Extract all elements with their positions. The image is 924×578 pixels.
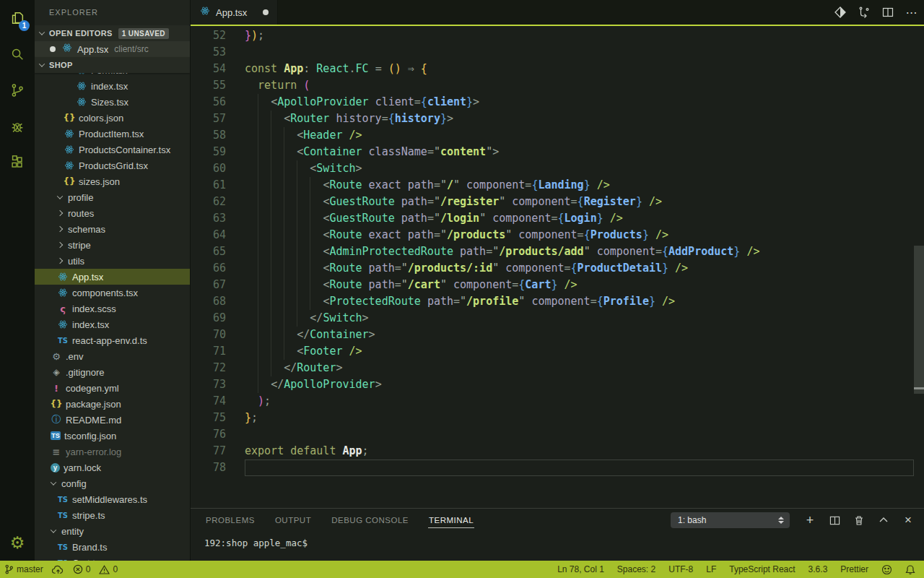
tree-item-tsconfig-json[interactable]: TStsconfig.json <box>35 428 190 444</box>
code-line-73[interactable]: 73 </ApolloProvider> <box>191 376 924 393</box>
code-line-78[interactable]: 78 <box>191 460 924 476</box>
code-line-63[interactable]: 63 <GuestRoute path="/login" component={… <box>191 210 924 227</box>
tree-item-productsgrid-tsx[interactable]: ProductsGrid.tsx <box>35 158 190 173</box>
tree-item-productscontainer-tsx[interactable]: ProductsContainer.tsx <box>35 142 190 158</box>
status-branch[interactable]: master <box>0 561 48 578</box>
tab-modified-dot-icon[interactable] <box>263 9 269 15</box>
tree-item-yarn-error-log[interactable]: ≡yarn-error.log <box>35 444 190 460</box>
tree-item-yarn-lock[interactable]: yyarn.lock <box>35 460 190 475</box>
tree-item-stripe-ts[interactable]: TSstripe.ts <box>35 507 190 523</box>
more-actions-button[interactable]: ⋯ <box>905 6 918 19</box>
open-editor-item-app-tsx[interactable]: App.tsx client/src <box>35 41 190 57</box>
status-3-6-3[interactable]: 3.6.3 <box>808 561 828 578</box>
tree-item-brand-ts[interactable]: TSBrand.ts <box>35 539 190 555</box>
status-warning[interactable]: 0 <box>95 561 122 578</box>
code-line-54[interactable]: 54const App: React.FC = () ⇒ { <box>191 61 924 77</box>
code-line-69[interactable]: 69 </Switch> <box>191 310 924 327</box>
status-lf[interactable]: LF <box>706 561 716 578</box>
scrollbar-thumb[interactable] <box>914 246 924 394</box>
split-editor-button[interactable] <box>881 6 894 19</box>
project-section-header[interactable]: SHOP <box>35 57 190 73</box>
tree-item-index-tsx[interactable]: index.tsx <box>35 78 190 94</box>
status-error[interactable]: 0 <box>69 561 95 578</box>
close-panel-button[interactable]: × <box>901 513 915 527</box>
code-line-64[interactable]: 64 <Route exact path="/products" compone… <box>191 227 924 243</box>
tree-item-productitem-tsx[interactable]: ProductItem.tsx <box>35 126 190 142</box>
tree-item-cart-ts[interactable]: TSCart.ts <box>35 555 190 561</box>
tab-app-tsx[interactable]: App.tsx <box>191 0 278 25</box>
tree-item-stripe[interactable]: stripe <box>35 237 190 253</box>
code-line-70[interactable]: 70 </Container> <box>191 327 924 343</box>
code-line-55[interactable]: 55 return ( <box>191 77 924 94</box>
code-line-66[interactable]: 66 <Route path="/products/:id" component… <box>191 260 924 277</box>
tree-item-codegen-yml[interactable]: !codegen.yml <box>35 380 190 396</box>
activity-explorer-button[interactable]: 1 <box>0 0 35 36</box>
panel-tab-problems[interactable]: PROBLEMS <box>205 513 256 527</box>
tree-item-react-app-env-d-ts[interactable]: TSreact-app-env.d.ts <box>35 332 190 348</box>
code-line-72[interactable]: 72 </Router> <box>191 360 924 376</box>
activity-search-button[interactable] <box>0 36 35 72</box>
status-bell[interactable] <box>905 561 915 578</box>
code-line-62[interactable]: 62 <GuestRoute path="/register" componen… <box>191 194 924 210</box>
open-editors-header[interactable]: OPEN EDITORS 1 UNSAVED <box>35 25 190 41</box>
status-ln-78-col-1[interactable]: Ln 78, Col 1 <box>557 561 604 578</box>
activity-extensions-button[interactable] <box>0 144 35 181</box>
code-line-60[interactable]: 60 <Switch> <box>191 160 924 177</box>
code-line-74[interactable]: 74 ); <box>191 393 924 410</box>
code-line-61[interactable]: 61 <Route exact path="/" component={Land… <box>191 177 924 194</box>
code-line-75[interactable]: 75}; <box>191 410 924 426</box>
code-line-71[interactable]: 71 <Footer /> <box>191 343 924 360</box>
tree-item-app-tsx[interactable]: App.tsx <box>35 269 190 285</box>
tree-item-index-scss[interactable]: ςindex.scss <box>35 301 190 316</box>
code-line-58[interactable]: 58 <Header /> <box>191 127 924 144</box>
code-line-59[interactable]: 59 <Container className="content"> <box>191 144 924 160</box>
code-line-56[interactable]: 56 <ApolloProvider client={client}> <box>191 94 924 111</box>
status-smiley[interactable] <box>881 561 892 578</box>
activity-debug-button[interactable] <box>0 108 35 144</box>
tree-item-sizes-json[interactable]: {}sizes.json <box>35 173 190 189</box>
activity-settings-button[interactable]: ⚙ <box>0 525 35 561</box>
code-line-76[interactable]: 76 <box>191 426 924 443</box>
panel-tab-debug-console[interactable]: DEBUG CONSOLE <box>331 513 409 527</box>
tree-item-entity[interactable]: entity <box>35 523 190 539</box>
compare-changes-button[interactable] <box>858 6 871 19</box>
tree-item--env[interactable]: ⚙.env <box>35 348 190 364</box>
panel-tab-terminal[interactable]: TERMINAL <box>428 513 474 528</box>
status-utf-8[interactable]: UTF-8 <box>668 561 693 578</box>
code-line-53[interactable]: 53 <box>191 44 924 61</box>
tree-item-index-tsx[interactable]: index.tsx <box>35 316 190 332</box>
status-typescript-react[interactable]: TypeScript React <box>729 561 795 578</box>
tree-item-schemas[interactable]: schemas <box>35 221 190 237</box>
tree-item-utils[interactable]: utils <box>35 253 190 269</box>
terminal-select[interactable]: 1: bash <box>671 512 790 528</box>
code-line-52[interactable]: 52}); <box>191 27 924 44</box>
tree-item-setmiddlewares-ts[interactable]: TSsetMiddlewares.ts <box>35 491 190 507</box>
open-changes-button[interactable] <box>834 6 847 19</box>
activity-source-control-button[interactable] <box>0 72 35 108</box>
status-prettier[interactable]: Prettier <box>840 561 868 578</box>
status-spaces-2[interactable]: Spaces: 2 <box>617 561 655 578</box>
tree-item-components-tsx[interactable]: components.tsx <box>35 285 190 301</box>
tree-item-readme-md[interactable]: ⓘREADME.md <box>35 412 190 428</box>
tree-item-routes[interactable]: routes <box>35 205 190 221</box>
tree-item-package-json[interactable]: {}package.json <box>35 396 190 412</box>
tree-item--gitignore[interactable]: ◈.gitignore <box>35 364 190 380</box>
split-terminal-button[interactable] <box>827 513 842 527</box>
maximize-panel-button[interactable] <box>876 513 891 527</box>
code-line-65[interactable]: 65 <AdminProtectedRoute path="/products/… <box>191 243 924 260</box>
code-line-68[interactable]: 68 <ProtectedRoute path="/profile" compo… <box>191 293 924 310</box>
code-line-67[interactable]: 67 <Route path="/cart" component={Cart} … <box>191 277 924 293</box>
code-line-57[interactable]: 57 <Router history={history}> <box>191 111 924 127</box>
terminal-output[interactable]: 192:shop apple_mac$ <box>204 538 308 548</box>
code-editor[interactable]: 52});5354const App: React.FC = () ⇒ {55 … <box>191 26 924 508</box>
new-terminal-button[interactable]: + <box>803 513 817 527</box>
editor-scrollbar[interactable] <box>914 26 924 508</box>
panel-tab-output[interactable]: OUTPUT <box>274 513 312 527</box>
code-line-77[interactable]: 77export default App; <box>191 443 924 460</box>
status-cloud[interactable] <box>48 561 69 578</box>
kill-terminal-button[interactable] <box>852 513 866 527</box>
tree-item-profile[interactable]: profile <box>35 189 190 205</box>
tree-item-sizes-tsx[interactable]: Sizes.tsx <box>35 94 190 110</box>
tree-item-colors-json[interactable]: {}colors.json <box>35 110 190 126</box>
tree-item-config[interactable]: config <box>35 475 190 491</box>
